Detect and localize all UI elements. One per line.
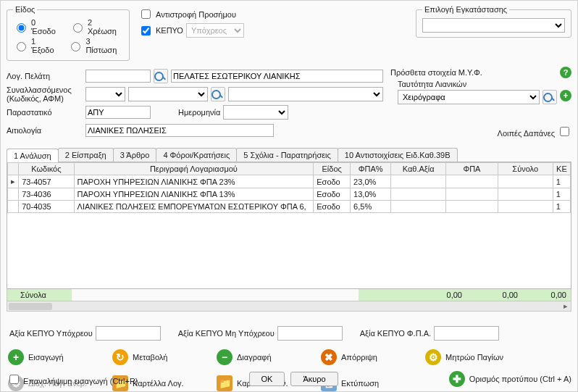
tab-receipt[interactable]: 2 Είσπραξη [58,148,114,162]
action-insert[interactable]: +Εισαγωγή [8,349,93,365]
table-row[interactable]: 73-4036ΠΑΡΟΧΗ ΥΠΗΡΕΣΙΩΝ ΛΙΑΝΙΚΗΣ ΦΠΑ 13%… [8,188,571,201]
action-reject[interactable]: ✖Απόρριψη [321,349,406,365]
radio-debit[interactable]: 2 Χρέωση [70,18,123,36]
customer-account-code[interactable] [85,70,151,83]
kepyo-yp-input[interactable] [96,326,161,341]
col-vatp[interactable]: ΦΠΑ% [351,163,391,175]
installation-group: Επιλογή Εγκατάστασης [416,5,571,38]
type-legend: Είδος [13,5,37,14]
col-total[interactable]: Σύνολο [498,163,553,175]
dialog-window: Είδος 0 Έσοδο 2 Χρέωση 1 Έξοδο 3 Πίστωση… [0,0,578,392]
customer-account-label: Λογ. Πελάτη [7,72,83,80]
template-button[interactable]: ✚Ορισμός προτύπου (Ctrl + A) [449,371,571,387]
radio-income[interactable]: 0 Έσοδο [13,18,62,36]
tab-taxes[interactable]: 4 Φόροι/Κρατήσεις [156,148,237,162]
tabs: 1 Ανάλυση 2 Είσπραξη 3 Άρθρο 4 Φόροι/Κρα… [7,148,571,162]
type-group: Είδος 0 Έσοδο 2 Χρέωση 1 Έξοδο 3 Πίστωση [7,5,130,61]
kepyo-checkbox[interactable]: ΚΕΠΥΟ [138,24,183,38]
repeat-checkbox[interactable]: Επαναλήψιμη εισαγωγή (Ctrl+R) [7,372,138,386]
col-desc[interactable]: Περιγραφή Λογαριασμού [74,163,314,175]
reason-input[interactable] [85,124,274,137]
lookup-customer-icon[interactable] [154,69,168,83]
reverse-sign-checkbox[interactable]: Αντιστροφή Προσήμου [138,7,236,21]
kepyo-fpa-input[interactable] [434,326,499,341]
help-icon[interactable]: ? [560,67,571,78]
counterparty-code[interactable] [85,87,125,101]
cancel-button[interactable]: Άκυρο [290,372,338,386]
table-row[interactable]: ▸73-4057ΠΑΡΟΧΗ ΥΠΗΡΕΣΙΩΝ ΛΙΑΝΙΚΗΣ ΦΠΑ 23… [8,175,571,188]
date-select[interactable] [223,105,288,120]
reason-label: Αιτιολογία [7,126,83,135]
col-net[interactable]: Καθ.Αξία [391,163,446,175]
table-row[interactable]: 70-4035ΛΙΑΝΙΚΕΣ ΠΩΛΗΣΕΙΣ ΕΜΠΟΡΕΥΜΑΤΩΝ ΕΣ… [8,201,571,213]
myf-label: Πρόσθετα στοιχεία Μ.Υ.Φ. [390,68,556,77]
add-retail-icon[interactable]: + [560,90,571,101]
counterparty-name[interactable] [228,87,383,101]
document-label: Παραστατικό [7,108,83,117]
sign-group: Αντιστροφή Προσήμου ΚΕΠΥΟ Υπόχρεος [138,5,261,40]
lookup-counterparty-icon[interactable] [211,87,225,101]
ok-button[interactable]: OK [249,372,285,386]
totals-label: Σύνολα [16,289,72,301]
tab-39b[interactable]: 10 Αντιστοιχίσεις Ειδ.Καθ.39Β [338,148,458,162]
installation-select[interactable] [422,18,565,33]
radio-expense[interactable]: 1 Έξοδο [13,37,60,54]
installation-legend: Επιλογή Εγκατάστασης [422,5,509,14]
radio-credit[interactable]: 3 Πίστωση [67,37,123,54]
customer-account-desc[interactable] [171,70,383,83]
action-assets[interactable]: ⚙Μητρώο Παγίων [425,349,511,365]
grid-scrollbar[interactable]: ▸ [7,301,571,312]
col-code[interactable]: Κωδικός [19,163,74,175]
other-expenses-checkbox[interactable]: Λοιπές Δαπάνες [498,129,571,138]
grid[interactable]: Κωδικός Περιγραφή Λογαριασμού Είδος ΦΠΑ%… [7,162,571,289]
kepyo-select[interactable]: Υπόχρεος [186,23,244,38]
action-delete[interactable]: −Διαγραφή [217,349,302,365]
totals-bar: Σύνολα 0,00 0,00 0,00 [7,289,571,301]
document-input[interactable] [85,106,151,119]
action-edit[interactable]: ↻Μεταβολή [112,349,198,365]
kepyo-values: Αξία ΚΕΠΥΟ Υπόχρεου Αξία ΚΕΠΥΟ Μη Υπόχρε… [9,326,569,341]
counterparty-label: Συναλλασσόμενος (Κωδικός, ΑΦΜ) [7,86,83,103]
tab-notes[interactable]: 5 Σχόλια - Παρατηρήσεις [236,148,338,162]
tab-article[interactable]: 3 Άρθρο [113,148,157,162]
col-type[interactable]: Είδος [314,163,351,175]
counterparty-afm[interactable] [128,87,208,101]
retail-id-select[interactable]: Χειρόγραφα [398,90,540,104]
kepyo-my-input[interactable] [277,326,343,341]
date-label: Ημερομηνία [178,108,220,117]
col-ke[interactable]: ΚΕ [553,163,570,175]
lookup-retail-icon[interactable] [543,90,557,104]
bottom-bar: Επαναλήψιμη εισαγωγή (Ctrl+R) OK Άκυρο ✚… [7,371,571,387]
retail-id-label: Ταυτότητα Λιανικών [398,80,571,88]
col-vat[interactable]: ΦΠΑ [446,163,498,175]
tab-analysis[interactable]: 1 Ανάλυση [7,149,59,162]
